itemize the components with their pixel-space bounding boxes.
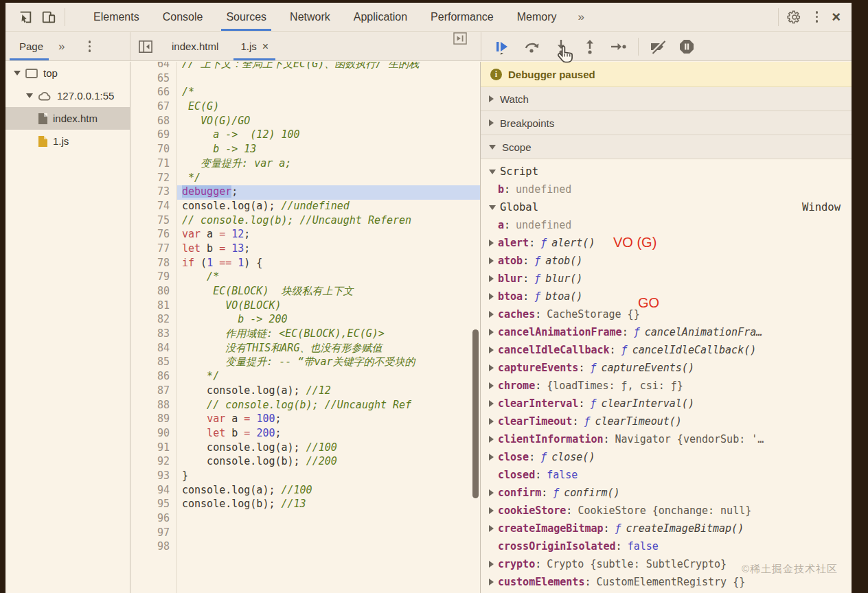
code-line-89[interactable]: var a = 100;	[177, 412, 480, 427]
expand-arrow-icon[interactable]	[489, 418, 494, 425]
expand-arrow-icon[interactable]	[26, 93, 33, 98]
code-line-84[interactable]: 没有THIS和ARG、也没有形参赋值	[177, 342, 480, 356]
expand-arrow-icon[interactable]	[489, 257, 494, 264]
expand-arrow-icon[interactable]	[489, 489, 494, 496]
scope-var-clientInformation[interactable]: clientInformation:Navigator {vendorSub: …	[481, 430, 852, 448]
line-number[interactable]: 81	[130, 299, 176, 314]
code-line-82[interactable]: b -> 200	[177, 313, 480, 327]
tree-item-top[interactable]: top	[5, 62, 130, 84]
file-tab-index.html[interactable]: index.html	[161, 32, 229, 60]
expand-arrow-icon[interactable]	[489, 364, 494, 371]
code-line-77[interactable]: let b = 13;	[177, 242, 480, 257]
tree-item-index.htm[interactable]: index.htm	[5, 107, 130, 130]
step-icon[interactable]	[606, 35, 631, 58]
line-number[interactable]: 90	[130, 427, 176, 441]
line-number[interactable]: 86	[130, 370, 176, 384]
code-line-79[interactable]: /*	[177, 270, 480, 285]
collapse-navigator-icon[interactable]	[130, 32, 161, 60]
expand-arrow-icon[interactable]	[489, 525, 494, 532]
code-line-71[interactable]: 变量提升: var a;	[177, 157, 480, 172]
line-number[interactable]: 74	[130, 200, 176, 214]
code-line-78[interactable]: if (1 == 1) {	[177, 257, 480, 271]
expand-arrow-icon[interactable]	[489, 293, 494, 300]
expand-arrow-icon[interactable]	[489, 329, 494, 336]
line-number[interactable]: 91	[130, 441, 176, 456]
tree-item-127.0.0.155[interactable]: 127.0.0.1:55	[5, 84, 130, 107]
code-line-67[interactable]: EC(G)	[177, 100, 480, 115]
scope-var-captureEvents[interactable]: captureEvents:ƒcaptureEvents()	[481, 359, 852, 377]
expand-arrow-icon[interactable]	[489, 579, 494, 585]
tree-item-1.js[interactable]: 1.js	[5, 130, 130, 152]
scope-var-cancelAnimationFrame[interactable]: cancelAnimationFrame:ƒcancelAnimationFra…	[481, 323, 852, 341]
tab-memory[interactable]: Memory	[505, 3, 569, 31]
code-line-85[interactable]: 变量提升: -- “带var关键字的不受块的	[177, 356, 480, 370]
line-number[interactable]: 97	[130, 526, 176, 541]
scope-var-atob[interactable]: atob:ƒatob()	[481, 252, 852, 270]
scope-var-caches[interactable]: caches:CacheStorage {}	[481, 305, 852, 323]
code-line-83[interactable]: 作用域链: <EC(BLOCK),EC(G)>	[177, 327, 480, 342]
editor-scrollbar[interactable]	[472, 329, 479, 498]
line-number[interactable]: 78	[130, 257, 176, 271]
line-number[interactable]: 89	[130, 412, 176, 427]
line-number[interactable]: 72	[130, 172, 176, 186]
line-number[interactable]: 93	[130, 469, 176, 484]
scope-var-chrome[interactable]: chrome:{loadTimes: ƒ, csi: ƒ}	[481, 377, 852, 395]
line-number[interactable]: 95	[130, 498, 176, 512]
code-line-98[interactable]	[177, 540, 480, 555]
scope-var-clearTimeout[interactable]: clearTimeout:ƒclearTimeout()	[481, 412, 852, 430]
code-line-87[interactable]: console.log(a); //12	[177, 384, 480, 399]
code-line-66[interactable]: /*	[177, 86, 480, 100]
expand-arrow-icon[interactable]	[489, 382, 494, 389]
line-number[interactable]: 82	[130, 313, 176, 327]
code-line-76[interactable]: var a = 12;	[177, 228, 480, 242]
line-number[interactable]: 65	[130, 72, 176, 86]
tab-sources[interactable]: Sources	[214, 3, 278, 31]
line-number[interactable]: 85	[130, 356, 176, 370]
step-over-icon[interactable]	[520, 35, 545, 58]
code-line-96[interactable]	[177, 512, 480, 526]
expand-arrow-icon[interactable]	[489, 454, 494, 461]
expand-arrow-icon[interactable]	[489, 507, 494, 514]
tab-console[interactable]: Console	[151, 3, 215, 31]
code-line-80[interactable]: EC(BLOCK) 块级私有上下文	[177, 285, 480, 299]
scope-var-clearInterval[interactable]: clearInterval:ƒclearInterval()	[481, 395, 852, 412]
code-line-88[interactable]: // console.log(b); //Uncaught Ref	[177, 399, 480, 413]
line-number[interactable]: 67	[130, 100, 176, 115]
open-preview-panel-icon[interactable]	[453, 32, 481, 60]
scope-var-close[interactable]: close:ƒclose()	[481, 448, 852, 466]
expand-arrow-icon[interactable]	[489, 400, 494, 407]
line-number[interactable]: 84	[130, 342, 176, 356]
line-number[interactable]: 98	[130, 540, 176, 555]
scope-var-alert[interactable]: alert:ƒalert()	[481, 234, 852, 252]
expand-arrow-icon[interactable]	[14, 71, 21, 75]
scope-section-script[interactable]: Script	[481, 163, 852, 181]
more-options-kebab-icon[interactable]	[806, 11, 828, 23]
code-line-81[interactable]: VO(BLOCK)	[177, 299, 480, 314]
code-line-74[interactable]: console.log(a); //undefined	[177, 200, 480, 214]
tab-application[interactable]: Application	[342, 3, 419, 31]
close-devtools-icon[interactable]: ×	[827, 8, 852, 26]
line-number[interactable]: 96	[130, 512, 176, 526]
line-number[interactable]: 80	[130, 285, 176, 299]
code-line-94[interactable]: console.log(a); //100	[177, 484, 480, 498]
section-breakpoints[interactable]: Breakpoints	[481, 111, 852, 135]
code-line-69[interactable]: a -> (12) 100	[177, 128, 480, 143]
scope-var-confirm[interactable]: confirm:ƒconfirm()	[481, 484, 852, 502]
expand-arrow-icon[interactable]	[489, 275, 494, 282]
resume-script-icon[interactable]	[490, 35, 514, 58]
expand-arrow-icon[interactable]	[489, 436, 494, 443]
inspect-element-icon[interactable]	[14, 5, 37, 29]
pause-on-exceptions-icon[interactable]	[674, 35, 699, 58]
line-number[interactable]: 77	[130, 242, 176, 257]
section-watch[interactable]: Watch	[481, 87, 852, 111]
close-tab-icon[interactable]: ×	[262, 40, 269, 53]
code-line-73[interactable]: debugger;	[177, 185, 480, 200]
code-line-92[interactable]: console.log(b); //200	[177, 455, 480, 469]
file-tab-1.js[interactable]: 1.js×	[229, 32, 279, 60]
line-number[interactable]: 75	[130, 214, 176, 229]
code-line-91[interactable]: console.log(a); //100	[177, 441, 480, 456]
deactivate-breakpoints-icon[interactable]	[646, 35, 670, 58]
tab-elements[interactable]: Elements	[82, 3, 151, 31]
code-line-65[interactable]	[177, 72, 480, 86]
line-number[interactable]: 92	[130, 455, 176, 469]
